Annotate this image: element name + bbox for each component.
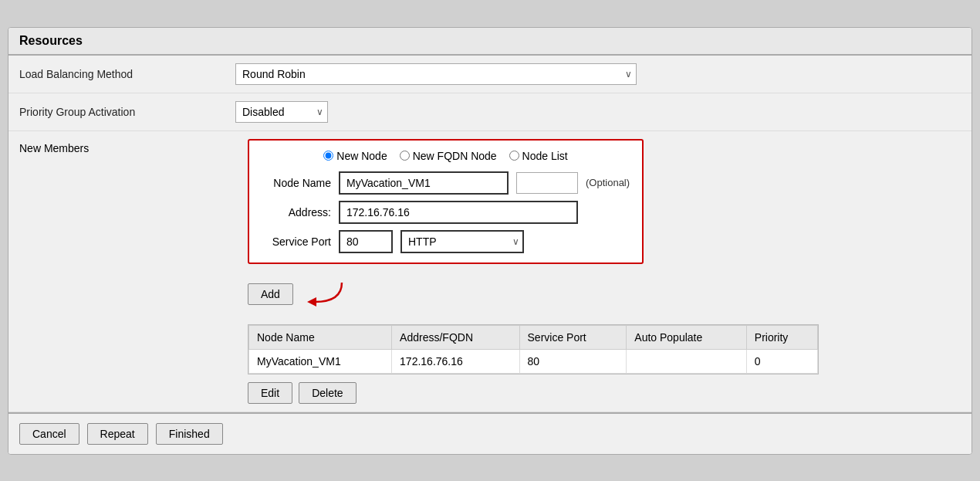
finished-button[interactable]: Finished: [156, 423, 223, 445]
optional-label: (Optional): [586, 177, 630, 188]
members-table-container: Node Name Address/FQDN Service Port Auto…: [248, 324, 819, 374]
content-area: Load Balancing Method Round Robin Least …: [8, 56, 972, 412]
priority-group-select-wrapper: Disabled Enabled: [235, 101, 328, 123]
col-auto-populate: Auto Populate: [627, 325, 747, 349]
protocol-select-wrapper: HTTP HTTPS TCP UDP: [400, 230, 524, 253]
col-address: Address/FQDN: [392, 325, 519, 349]
load-balancing-label: Load Balancing Method: [19, 68, 235, 80]
node-name-row: Node Name (Optional): [262, 171, 630, 195]
table-body: MyVacation_VM1 172.16.76.16 80 0: [249, 349, 818, 373]
row-node-name: MyVacation_VM1: [249, 349, 392, 373]
address-label: Address:: [262, 206, 331, 218]
col-service-port: Service Port: [519, 325, 627, 349]
new-members-content: New Node New FQDN Node Node List: [248, 139, 961, 404]
node-list-radio-label[interactable]: Node List: [509, 150, 568, 162]
row-service-port: 80: [519, 349, 627, 373]
table-header-row: Node Name Address/FQDN Service Port Auto…: [249, 325, 818, 349]
svg-marker-0: [307, 297, 316, 307]
row-auto-populate: [627, 349, 747, 373]
new-fqdn-label: New FQDN Node: [413, 150, 497, 162]
delete-button[interactable]: Delete: [299, 382, 356, 404]
priority-group-label: Priority Group Activation: [19, 106, 235, 118]
add-button[interactable]: Add: [248, 283, 293, 305]
repeat-button[interactable]: Repeat: [87, 423, 148, 445]
curved-arrow-icon: [299, 275, 346, 313]
add-button-wrapper: Add: [248, 275, 961, 313]
load-balancing-select-wrapper: Round Robin Least Connections Weighted: [235, 63, 637, 85]
node-list-label: Node List: [522, 150, 568, 162]
service-port-input[interactable]: [339, 230, 393, 253]
new-members-row: New Members New Node New FQDN Node: [8, 131, 972, 412]
node-name-label: Node Name: [262, 177, 331, 189]
col-node-name: Node Name: [249, 325, 392, 349]
row-priority: 0: [746, 349, 817, 373]
node-name-optional-input[interactable]: [516, 172, 578, 194]
main-panel: Resources Load Balancing Method Round Ro…: [8, 27, 972, 455]
new-node-label: New Node: [336, 150, 387, 162]
load-balancing-row: Load Balancing Method Round Robin Least …: [8, 56, 972, 93]
priority-group-select[interactable]: Disabled Enabled: [235, 101, 328, 123]
address-input[interactable]: [339, 201, 578, 224]
node-name-input[interactable]: [339, 171, 509, 195]
bottom-bar: Cancel Repeat Finished: [8, 412, 972, 454]
table-actions: Edit Delete: [248, 382, 961, 404]
priority-group-control: Disabled Enabled: [235, 101, 961, 123]
panel-title: Resources: [19, 34, 83, 47]
row-address: 172.16.76.16: [392, 349, 519, 373]
table-header: Node Name Address/FQDN Service Port Auto…: [249, 325, 818, 349]
col-priority: Priority: [746, 325, 817, 349]
table-row: MyVacation_VM1 172.16.76.16 80 0: [249, 349, 818, 373]
node-list-radio[interactable]: [509, 151, 519, 161]
new-node-radio-label[interactable]: New Node: [323, 150, 387, 162]
panel-header: Resources: [8, 28, 972, 56]
new-node-radio[interactable]: [323, 151, 333, 161]
new-fqdn-radio-label[interactable]: New FQDN Node: [400, 150, 497, 162]
load-balancing-select[interactable]: Round Robin Least Connections Weighted: [235, 63, 637, 85]
protocol-select[interactable]: HTTP HTTPS TCP UDP: [400, 230, 524, 253]
new-fqdn-radio[interactable]: [400, 151, 410, 161]
address-row: Address:: [262, 201, 630, 224]
load-balancing-control: Round Robin Least Connections Weighted: [235, 63, 961, 85]
priority-group-row: Priority Group Activation Disabled Enabl…: [8, 93, 972, 131]
node-type-row: New Node New FQDN Node Node List: [262, 150, 630, 162]
edit-button[interactable]: Edit: [248, 382, 292, 404]
cancel-button[interactable]: Cancel: [19, 423, 79, 445]
service-port-label: Service Port: [262, 235, 331, 248]
new-members-label: New Members: [19, 139, 235, 404]
service-port-row: Service Port HTTP HTTPS TCP UDP: [262, 230, 630, 253]
members-table: Node Name Address/FQDN Service Port Auto…: [248, 325, 818, 374]
